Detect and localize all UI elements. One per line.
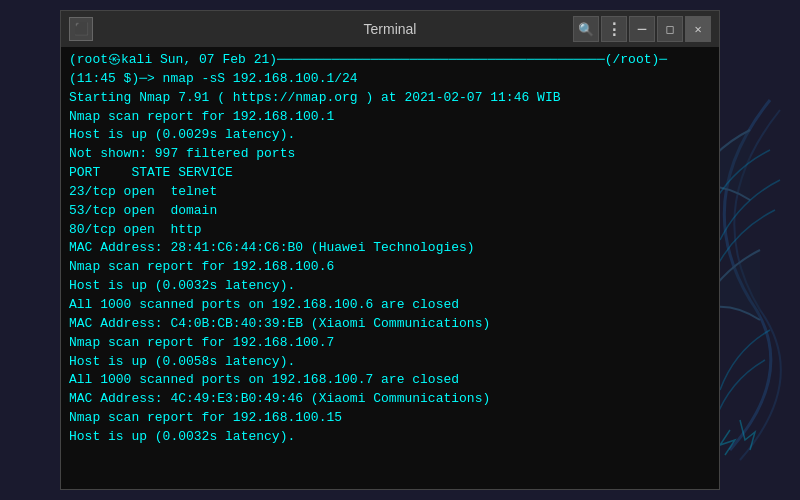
close-icon: ✕ [694, 22, 701, 36]
title-bar-controls: 🔍 ⋮ ─ □ ✕ [573, 16, 711, 42]
terminal-line-22: Nmap scan report for 192.168.100.15 [69, 409, 711, 428]
search-button[interactable]: 🔍 [573, 16, 599, 42]
terminal-line-10: MAC Address: 28:41:C6:44:C6:B0 (Huawei T… [69, 239, 711, 258]
terminal-window: ⬛ Terminal 🔍 ⋮ ─ □ ✕ (root㉿kali Sun, 07 … [60, 10, 720, 490]
terminal-line-1: (11:45 $)─> nmap -sS 192.168.100.1/24 [69, 70, 711, 89]
terminal-line-18: Host is up (0.0058s latency). [69, 353, 711, 372]
terminal-line-14: All 1000 scanned ports on 192.168.100.6 … [69, 296, 711, 315]
terminal-line-0: (root㉿kali Sun, 07 Feb 21)──────────────… [69, 51, 711, 70]
title-bar-left: ⬛ [69, 17, 93, 41]
maximize-button[interactable]: □ [657, 16, 683, 42]
terminal-line-6: PORT STATE SERVICE [69, 164, 711, 183]
terminal-line-2: Starting Nmap 7.91 ( https://nmap.org ) … [69, 89, 711, 108]
close-button[interactable]: ✕ [685, 16, 711, 42]
terminal-line-7: 23/tcp open telnet [69, 183, 711, 202]
terminal-line-15: MAC Address: C4:0B:CB:40:39:EB (Xiaomi C… [69, 315, 711, 334]
terminal-menu-button[interactable]: ⬛ [69, 17, 93, 41]
terminal-output[interactable]: (root㉿kali Sun, 07 Feb 21)──────────────… [61, 47, 719, 489]
terminal-line-9: 80/tcp open http [69, 221, 711, 240]
terminal-line-20: MAC Address: 4C:49:E3:B0:49:46 (Xiaomi C… [69, 390, 711, 409]
menu-button[interactable]: ⋮ [601, 16, 627, 42]
terminal-line-19: All 1000 scanned ports on 192.168.100.7 … [69, 371, 711, 390]
window-title: Terminal [364, 21, 417, 37]
minimize-button[interactable]: ─ [629, 16, 655, 42]
title-bar: ⬛ Terminal 🔍 ⋮ ─ □ ✕ [61, 11, 719, 47]
minimize-icon: ─ [638, 21, 646, 37]
terminal-line-12: Nmap scan report for 192.168.100.6 [69, 258, 711, 277]
maximize-icon: □ [666, 22, 673, 36]
terminal-line-4: Host is up (0.0029s latency). [69, 126, 711, 145]
terminal-line-3: Nmap scan report for 192.168.100.1 [69, 108, 711, 127]
menu-icon: ⋮ [606, 20, 622, 39]
terminal-line-13: Host is up (0.0032s latency). [69, 277, 711, 296]
terminal-line-17: Nmap scan report for 192.168.100.7 [69, 334, 711, 353]
terminal-line-8: 53/tcp open domain [69, 202, 711, 221]
terminal-line-23: Host is up (0.0032s latency). [69, 428, 711, 447]
search-icon: 🔍 [578, 22, 594, 37]
terminal-icon: ⬛ [74, 22, 89, 36]
terminal-line-5: Not shown: 997 filtered ports [69, 145, 711, 164]
